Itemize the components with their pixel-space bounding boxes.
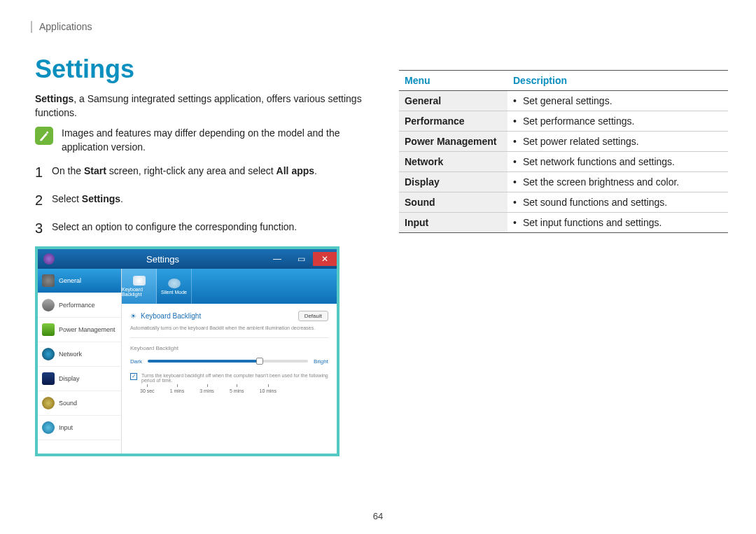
sidebar-item-label: Sound (59, 400, 77, 407)
page-number: 64 (0, 511, 756, 521)
table-cell-description: • Set the screen brightness and color. (507, 172, 728, 192)
brightness-slider[interactable] (148, 360, 308, 363)
table-cell-description: • Set performance settings. (507, 111, 728, 132)
sidebar-item-label: Display (59, 375, 80, 382)
intro-paragraph: Settings, a Samsung integrated settings … (35, 92, 364, 120)
slider-label-bright: Bright (314, 358, 328, 365)
sidebar-item-label: Power Management (59, 326, 115, 333)
sidebar-item-performance[interactable]: Performance (38, 293, 121, 318)
note-row: Images and features may differ depending… (35, 127, 364, 154)
silent-mode-icon (168, 279, 181, 288)
tick-1min: 1 mins (170, 388, 185, 393)
timeout-checkbox[interactable]: ✓ (130, 373, 137, 380)
window-titlebar: Settings — ▭ ✕ (38, 249, 337, 269)
sidebar-item-network[interactable]: Network (38, 342, 121, 367)
app-icon (43, 253, 55, 265)
note-text: Images and features may differ depending… (62, 127, 364, 154)
default-button[interactable]: Default (298, 311, 328, 321)
globe-icon (42, 348, 55, 360)
sidebar-item-sound[interactable]: Sound (38, 391, 121, 416)
step1-bold-start: Start (84, 165, 106, 176)
note-icon (35, 127, 53, 145)
svg-rect-0 (46, 132, 49, 134)
tab-label: Keyboard Backlight (122, 287, 156, 297)
speaker-icon (42, 397, 55, 409)
step-3: 3 Select an option to configure the corr… (35, 218, 364, 238)
battery-icon (42, 323, 55, 336)
close-button[interactable]: ✕ (313, 252, 337, 266)
table-cell-menu: General (399, 91, 507, 111)
sun-icon: ☀ (130, 312, 136, 320)
hand-icon (42, 421, 55, 434)
step-number: 1 (35, 162, 52, 182)
table-cell-menu: Performance (399, 111, 507, 132)
step1-part-a: On the (52, 165, 84, 176)
tick-30sec: 30 sec (140, 388, 155, 393)
step-number: 2 (35, 190, 52, 210)
table-cell-menu: Sound (399, 192, 507, 213)
table-row: Sound• Set sound functions and settings. (399, 192, 728, 213)
table-cell-description: • Set network functions and settings. (507, 152, 728, 172)
menu-description-table: Menu Description General• Set general se… (399, 70, 728, 233)
step1-part-e: . (314, 165, 317, 176)
sidebar-item-label: General (59, 277, 81, 284)
step3-text: Select an option to configure the corres… (52, 218, 364, 234)
tick-5min: 5 mins (230, 388, 244, 393)
tab-label: Silent Mode (161, 290, 187, 295)
step1-part-c: screen, right-click any area and select (106, 165, 276, 176)
settings-tabs: Keyboard Backlight Silent Mode (122, 269, 337, 304)
sidebar-item-power[interactable]: Power Management (38, 318, 121, 342)
intro-rest: , a Samsung integrated settings applicat… (35, 93, 362, 118)
step2-part-a: Select (52, 193, 82, 204)
table-cell-menu: Display (399, 172, 507, 192)
slider-label-dark: Dark (130, 358, 142, 365)
checkbox-label: Turns the keyboard backlight off when th… (141, 373, 328, 383)
step-1: 1 On the Start screen, right-click any a… (35, 162, 364, 182)
sidebar-item-label: Network (59, 351, 82, 358)
breadcrumb: Applications (31, 21, 92, 33)
table-row: General• Set general settings. (399, 91, 728, 111)
table-row: Display• Set the screen brightness and c… (399, 172, 728, 192)
maximize-button[interactable]: ▭ (289, 252, 313, 266)
table-row: Input• Set input functions and settings. (399, 213, 728, 233)
step1-bold-allapps: All apps (276, 165, 314, 176)
page-title: Settings (35, 55, 364, 84)
table-cell-description: • Set general settings. (507, 91, 728, 111)
table-header-menu: Menu (399, 71, 507, 91)
tab-silent-mode[interactable]: Silent Mode (157, 269, 192, 304)
step2-bold-settings: Settings (82, 193, 120, 204)
table-cell-description: • Set power related settings. (507, 132, 728, 152)
sidebar-item-general[interactable]: General (38, 269, 121, 293)
monitor-icon (42, 372, 55, 385)
tab-keyboard-backlight[interactable]: Keyboard Backlight (122, 269, 157, 304)
panel-title: Keyboard Backlight (141, 312, 201, 320)
window-title: Settings (60, 254, 265, 265)
step-number: 3 (35, 218, 52, 238)
step-2: 2 Select Settings. (35, 190, 364, 210)
table-row: Network• Set network functions and setti… (399, 152, 728, 172)
table-cell-description: • Set sound functions and settings. (507, 192, 728, 213)
table-cell-menu: Power Management (399, 132, 507, 152)
sidebar-item-label: Input (59, 424, 73, 431)
table-cell-menu: Network (399, 152, 507, 172)
intro-bold: Settings (35, 93, 74, 104)
table-row: Power Management• Set power related sett… (399, 132, 728, 152)
sidebar-item-label: Performance (59, 302, 95, 309)
tick-3min: 3 mins (200, 388, 214, 393)
gear-icon (42, 274, 55, 287)
timeout-ticks[interactable]: 30 sec 1 mins 3 mins 5 mins 10 mins (130, 388, 328, 393)
table-cell-description: • Set input functions and settings. (507, 213, 728, 233)
panel-description: Automatically turns on the keyboard Back… (130, 325, 328, 337)
table-header-description: Description (507, 71, 728, 91)
tick-10min: 10 mins (260, 388, 277, 393)
keyboard-backlight-icon (133, 276, 146, 286)
minimize-button[interactable]: — (265, 252, 289, 266)
sidebar-item-input[interactable]: Input (38, 416, 121, 440)
settings-app-screenshot: Settings — ▭ ✕ General Performance (35, 246, 340, 456)
step2-part-c: . (120, 193, 123, 204)
settings-sidebar: General Performance Power Management Net… (38, 269, 122, 454)
gauge-icon (42, 299, 55, 311)
table-row: Performance• Set performance settings. (399, 111, 728, 132)
section-label: Keyboard Backlight (130, 345, 328, 351)
sidebar-item-display[interactable]: Display (38, 367, 121, 391)
